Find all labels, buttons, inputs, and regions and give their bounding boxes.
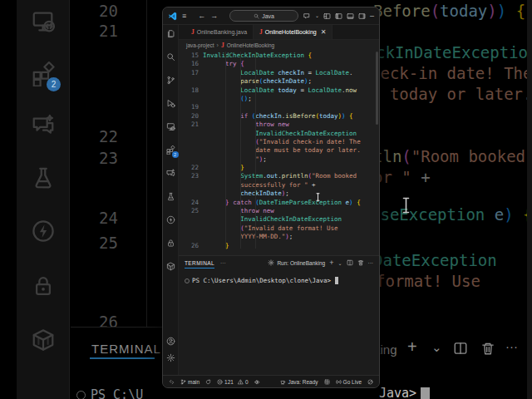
coffee-cup-icon xyxy=(280,379,286,385)
line-number: 19 xyxy=(179,103,203,111)
shell-indicator-icon xyxy=(76,391,86,399)
search-value: Java xyxy=(262,13,274,19)
code-line: ("Invalid date format! Use xyxy=(179,224,379,233)
chevron-down-icon: ⌄ xyxy=(431,340,442,355)
panel-more-actions-icon[interactable]: ··· xyxy=(368,260,374,266)
split-terminal-icon[interactable] xyxy=(347,259,353,266)
tab-terminal[interactable]: TERMINAL xyxy=(185,258,214,268)
background-lock-icon xyxy=(31,273,56,298)
background-line-number: 24 xyxy=(83,209,118,227)
background-line-number: 20 xyxy=(83,2,118,20)
go-live-button[interactable]: Go Live xyxy=(336,379,362,385)
line-number xyxy=(179,224,203,233)
activity-bar-extensions-icon[interactable]: 2 xyxy=(166,145,175,155)
activity-bar-settings-gear-icon[interactable] xyxy=(166,353,175,362)
java-status[interactable]: Java: Ready xyxy=(280,379,318,385)
java-status-label: Java: Ready xyxy=(288,379,318,385)
chevron-down-icon[interactable]: ⌄ xyxy=(315,13,319,18)
background-container-icon xyxy=(31,328,56,352)
background-code-line: or " + xyxy=(373,168,431,186)
extensions-badge: 2 xyxy=(47,77,61,91)
code-line: checkInDate); xyxy=(179,190,379,198)
sync-indicator[interactable] xyxy=(205,379,211,385)
line-number xyxy=(179,95,203,103)
line-number xyxy=(179,215,203,224)
line-number xyxy=(179,155,203,164)
sync-icon xyxy=(205,379,211,385)
breadcrumb-folder[interactable]: java-project xyxy=(186,42,214,48)
close-icon[interactable]: ✕ xyxy=(321,28,327,36)
tab-OnlineBanking.java[interactable]: JOnlineBanking.java xyxy=(185,25,254,39)
vscode-window: ≡ ← → Java ⌄ – xyxy=(162,7,380,388)
debug-indicator[interactable] xyxy=(254,379,260,385)
tab-label: OnlineHotelBooking xyxy=(265,29,317,35)
chevron-down-icon[interactable]: ⌄ xyxy=(337,260,342,266)
code-line: successfully for " + xyxy=(179,181,379,190)
background-terminal-label: TERMINAL xyxy=(91,342,161,356)
activity-bar-run-debug-icon[interactable] xyxy=(166,99,175,108)
background-indent-guide xyxy=(146,0,147,327)
activity-bar-files-icon[interactable] xyxy=(166,29,175,38)
minimize-button[interactable]: – xyxy=(370,12,374,20)
code-line: YYYY-MM-DD."); xyxy=(179,233,379,241)
indent-guide xyxy=(255,52,256,249)
search-icon xyxy=(254,13,259,19)
code-editor[interactable]: 15InvalidCheckInDateException {16 try {1… xyxy=(179,50,379,255)
menu-icon[interactable]: ≡ xyxy=(182,12,186,20)
blocked-icon xyxy=(367,379,373,385)
background-code-line: Before(today)) { xyxy=(373,2,525,20)
back-icon[interactable]: ← xyxy=(198,12,205,20)
ibeam-cursor xyxy=(316,193,320,201)
table-view-indicator[interactable] xyxy=(324,379,330,385)
activity-bar-source-control-icon[interactable] xyxy=(166,76,175,85)
trash-icon[interactable] xyxy=(357,259,364,266)
vscode-logo-icon xyxy=(168,12,177,21)
terminal-run-task[interactable]: Run: OnlineBanking xyxy=(268,259,325,266)
activity-bar-chat-icon[interactable] xyxy=(166,169,175,178)
breadcrumb-file[interactable]: OnlineHotelBooking xyxy=(227,42,274,48)
customize-layout-icon[interactable] xyxy=(323,12,331,20)
editor-scrollbar[interactable] xyxy=(376,52,378,125)
activity-bar-account-icon[interactable] xyxy=(166,337,175,346)
debug-icon xyxy=(254,379,260,385)
line-number: 20 xyxy=(179,112,203,121)
remote-indicator[interactable] xyxy=(169,379,175,385)
code-line: 20 if (checkIn.isBefore(today)) { xyxy=(179,112,379,121)
tab-OnlineHotelBooking[interactable]: JOnlineHotelBooking✕ xyxy=(254,25,332,39)
new-terminal-icon[interactable]: + xyxy=(329,259,333,267)
java-file-icon: J xyxy=(191,28,195,36)
code-line: 17 LocalDate checkIn = LocalDate. xyxy=(179,69,379,77)
problems-indicator[interactable]: 121 0 xyxy=(217,379,248,385)
toggle-sidebar-right-icon[interactable] xyxy=(358,12,366,20)
terminal-body[interactable]: PS C:\Users\Admin\Desktop\clone\Java> xyxy=(179,269,379,292)
branch-name: main xyxy=(188,379,200,385)
background-beaker-icon xyxy=(31,165,56,190)
forward-icon[interactable]: → xyxy=(210,12,218,20)
activity-bar-lock-icon[interactable] xyxy=(166,239,175,248)
background-code-line: DateException xyxy=(373,251,497,269)
code-line: ("Invalid check-in date! The xyxy=(179,138,379,146)
git-branch-indicator[interactable]: main xyxy=(180,379,200,385)
background-terminal-prompt: PS C:\U xyxy=(76,387,143,399)
activity-bar-container-icon[interactable] xyxy=(166,262,175,271)
toggle-panel-icon[interactable] xyxy=(347,12,354,20)
background-code-line: e today or later. xyxy=(371,85,532,103)
toggle-sidebar-left-icon[interactable] xyxy=(335,12,342,20)
copilot-chat-icon[interactable] xyxy=(303,12,311,20)
extensions-badge: 2 xyxy=(172,151,179,158)
breadcrumb[interactable]: java-project › J OnlineHotelBooking xyxy=(179,40,379,50)
background-terminal-underline xyxy=(90,357,155,359)
activity-bar-thunder-icon[interactable] xyxy=(166,215,175,224)
activity-bar-remote-explorer-icon[interactable] xyxy=(166,122,175,131)
command-center-search[interactable]: Java xyxy=(229,10,298,22)
activity-bar-beaker-icon[interactable] xyxy=(166,192,175,201)
code-line: parse(checkInDate); xyxy=(179,77,379,86)
line-number: 26 xyxy=(179,242,203,250)
error-icon xyxy=(217,379,223,385)
branch-icon xyxy=(180,379,186,385)
do-not-disturb-indicator[interactable] xyxy=(367,379,373,385)
terminal-panel: TERMINAL ··· Run: OnlineBanking + ⌄ xyxy=(179,255,379,375)
line-number: 17 xyxy=(179,69,203,77)
activity-bar-search-icon[interactable] xyxy=(166,52,175,62)
panel-more-icon[interactable]: ··· xyxy=(220,260,226,266)
